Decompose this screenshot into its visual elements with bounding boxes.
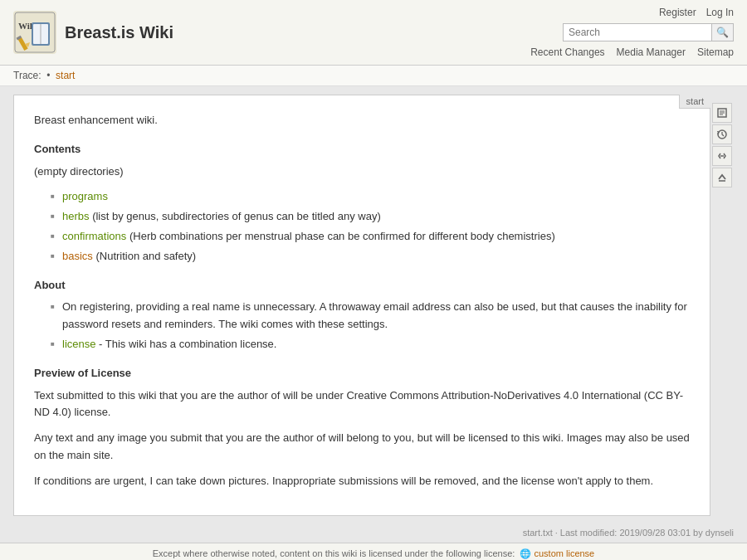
recent-changes-link[interactable]: Recent Changes bbox=[530, 46, 604, 58]
search-form: 🔍 bbox=[563, 23, 734, 41]
about-list: On registering, providing a real name is… bbox=[51, 299, 690, 353]
backlinks-icon bbox=[716, 150, 728, 162]
search-button[interactable]: 🔍 bbox=[712, 23, 734, 41]
about-item-1: On registering, providing a real name is… bbox=[51, 299, 690, 334]
main-wrapper: start Breast enhancement wiki. Contents … bbox=[0, 86, 747, 524]
list-item: programs bbox=[51, 188, 690, 206]
herbs-link[interactable]: herbs bbox=[62, 210, 90, 222]
header-right: Register Log In 🔍 Recent Changes Media M… bbox=[530, 7, 734, 58]
intro-text: Breast enhancement wiki. bbox=[34, 112, 690, 129]
basics-link[interactable]: basics bbox=[62, 250, 93, 262]
media-manager-link[interactable]: Media Manager bbox=[617, 46, 686, 58]
logo-area: Wiki Breast.is Wiki bbox=[13, 11, 173, 54]
contents-list: programs herbs (list by genus, subdirect… bbox=[51, 188, 690, 265]
top-icon bbox=[716, 172, 728, 183]
herbs-desc: (list by genus, subdirectories of genus … bbox=[92, 210, 381, 222]
preview-heading: Preview of License bbox=[34, 365, 690, 382]
breadcrumb-start-link[interactable]: start bbox=[56, 70, 75, 81]
contents-heading: Contents bbox=[34, 141, 690, 158]
footer: Except where otherwise noted, content on… bbox=[0, 543, 747, 560]
confirmations-desc: (Herb combinations per menstrual phase c… bbox=[129, 230, 555, 242]
trace-label: Trace: bbox=[13, 70, 42, 81]
file-info-text: start.txt · Last modified: 2019/09/28 03… bbox=[523, 528, 734, 538]
programs-link[interactable]: programs bbox=[62, 190, 108, 202]
login-link[interactable]: Log In bbox=[706, 7, 734, 18]
back-to-top-button[interactable] bbox=[712, 168, 732, 187]
basics-desc: (Nutrition and safety) bbox=[95, 250, 196, 262]
site-title: Breast.is Wiki bbox=[65, 23, 173, 42]
license-link[interactable]: license bbox=[62, 338, 95, 350]
nav-links: Recent Changes Media Manager Sitemap bbox=[530, 46, 734, 58]
history-icon bbox=[716, 129, 728, 140]
export-button[interactable] bbox=[712, 103, 732, 123]
export-icon bbox=[716, 107, 728, 119]
empty-dirs: (empty directories) bbox=[34, 163, 690, 181]
about-heading: About bbox=[34, 277, 690, 295]
page-tag: start bbox=[679, 95, 710, 109]
preview-p3: If conditions are urgent, I can take dow… bbox=[34, 473, 690, 490]
list-item: herbs (list by genus, subdirectories of … bbox=[51, 208, 690, 226]
search-input[interactable] bbox=[563, 23, 712, 41]
confirmations-link[interactable]: confirmations bbox=[62, 230, 126, 242]
logo-icon: Wiki bbox=[13, 11, 56, 54]
footer-text: Except where otherwise noted, content on… bbox=[153, 548, 515, 558]
list-item: basics (Nutrition and safety) bbox=[51, 248, 690, 265]
side-toolbar bbox=[710, 95, 734, 516]
list-item: confirmations (Herb combinations per men… bbox=[51, 228, 690, 246]
custom-license-link[interactable]: custom license bbox=[534, 548, 594, 558]
preview-p1: Text submitted to this wiki that you are… bbox=[34, 387, 690, 422]
auth-links: Register Log In bbox=[659, 7, 734, 18]
backlinks-button[interactable] bbox=[712, 146, 732, 166]
preview-p2: Any text and any image you submit that y… bbox=[34, 430, 690, 465]
history-button[interactable] bbox=[712, 124, 732, 144]
header: Wiki Breast.is Wiki Register Log In 🔍 Re… bbox=[0, 0, 747, 66]
register-link[interactable]: Register bbox=[659, 7, 696, 18]
breadcrumb: Trace: • start bbox=[0, 66, 747, 86]
content-area: start Breast enhancement wiki. Contents … bbox=[13, 95, 710, 516]
sitemap-link[interactable]: Sitemap bbox=[697, 46, 734, 58]
about-item-2: license - This wiki has a combination li… bbox=[51, 336, 690, 353]
file-info: start.txt · Last modified: 2019/09/28 03… bbox=[0, 524, 747, 539]
wiki-content: Breast enhancement wiki. Contents (empty… bbox=[34, 112, 690, 490]
license-desc: - This wiki has a combination license. bbox=[99, 338, 276, 350]
about-text-1: On registering, providing a real name is… bbox=[62, 300, 687, 330]
